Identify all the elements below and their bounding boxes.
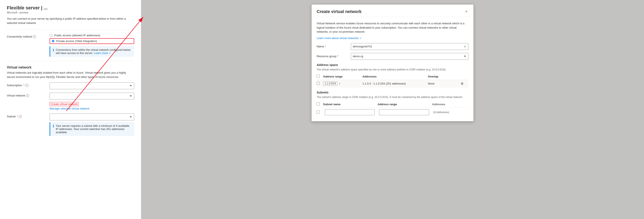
modal-header: Create virtual network × [312,4,474,17]
row-checkbox[interactable] [317,82,320,85]
subnet-data-row: (0 Addresses) [317,108,468,117]
connectivity-label-text: Connectivity method [7,35,32,38]
vnet-select-wrapper [50,93,134,99]
page-subtitle: Microsoft - preview [7,11,134,14]
learn-more-link[interactable]: Learn more [94,51,111,55]
subnet-select-wrapper [50,114,134,120]
modal-name-label: Name * [317,45,351,48]
vnet-section-desc: Virtual networks are logically isolated … [7,71,134,79]
modal-name-input[interactable] [353,45,464,48]
address-table-row: 1.1.0.0/24 ✓ 1.1.0.4 - 1.1.0.254 (251 ad… [317,80,468,87]
subscription-row: Subscription * i [7,82,134,89]
row-range-col: 1.1.0.0/24 ✓ [323,82,362,85]
right-panel: Create virtual network × Virtual Network… [141,0,644,219]
subnet-name-col [325,109,377,115]
modal-rg-select[interactable]: demo-rg [351,53,468,60]
modal-rg-label-text: Resource group [317,55,336,58]
radio-group: Public access (allowed IP addresses) Pri… [50,34,134,44]
address-table-header: Address range Addresses Overlap [317,73,468,80]
vnet-select[interactable] [50,93,134,99]
subnet-header-checkbox[interactable] [317,102,320,105]
subnet-label-text: Subnet [7,115,16,118]
connectivity-info-icon[interactable]: i [33,35,36,38]
modal-rg-select-wrapper: demo-rg [351,53,468,60]
modal-name-input-wrapper: ✓ [351,43,468,50]
left-panel: Flexible server | ... Microsoft - previe… [0,0,141,219]
row-check-col [317,82,323,85]
subscription-select-wrapper [50,82,134,89]
subscription-label-text: Subscription [7,84,22,87]
modal-rg-required: * [338,55,338,58]
page-description: You can connect to your server by specif… [7,17,134,25]
vnet-label: Virtual network i [7,93,50,97]
modal-rg-label: Resource group * [317,55,351,58]
create-vnet-link[interactable]: Create virtual network [50,102,79,106]
modal-learn-more-link[interactable]: Learn more about virtual networks [317,36,361,40]
subnet-infobox-text: Your server requires a subnet with a min… [56,124,132,134]
subnet-header-check [317,102,323,106]
header-checkbox[interactable] [317,75,320,78]
subnet-required: * [17,115,18,118]
subnet-row-check [317,111,323,114]
public-access-option[interactable]: Public access (allowed IP addresses) [50,34,134,37]
subnet-range-input[interactable] [379,109,429,115]
more-options-button[interactable]: ... [44,5,48,11]
modal-rg-row: Resource group * demo-rg [317,53,468,60]
row-addresses-col: 1.1.0.4 - 1.1.0.254 (251 addresses) [362,82,428,85]
vnet-row: Virtual network i Create virtual network… [7,93,134,110]
subnet-row-checkbox[interactable] [317,111,320,114]
subnet-table-header: Subnet name Address range Addresses [317,101,468,108]
header-range-col: Address range [323,75,362,78]
private-access-highlighted[interactable]: Private access (VNet Integration) [50,38,134,44]
vnet-label-text: Virtual network [7,94,25,97]
row-action-col: 🗑 [461,82,468,85]
range-input-group: 1.1.0.0/24 ✓ [323,82,362,85]
subnet-infobox-icon: ℹ [53,124,54,128]
connectivity-options: Public access (allowed IP addresses) Pri… [50,34,134,57]
subnet-row: Subnet * i ℹ Your server requires a subn… [7,114,134,136]
range-badge: 1.1.0.0/24 [323,82,338,85]
header-check-col [317,75,323,78]
vnet-info-icon[interactable]: i [26,94,29,97]
subnet-header-range: Address range [378,103,432,106]
address-space-heading: Address space [317,63,468,67]
subscription-info-icon[interactable]: i [26,84,28,87]
range-check-icon: ✓ [339,82,341,85]
subnet-info-icon[interactable]: i [19,115,22,118]
private-access-radio[interactable] [52,40,54,42]
private-access-label: Private access (VNet Integration) [56,39,97,43]
subnet-control: ℹ Your server requires a subnet with a m… [50,114,134,136]
connectivity-infobox: ℹ Connections from within the virtual ne… [50,46,134,57]
modal-name-label-text: Name [317,45,324,48]
subnet-addresses-col: (0 Addresses) [433,111,468,114]
subnet-header-addresses: Addresses [432,103,468,106]
infobox-icon: ℹ [53,48,54,52]
manage-vnet-link[interactable]: Manage selected virtual network [50,107,89,110]
subnet-range-col [379,109,432,115]
subscription-select[interactable] [50,82,134,89]
modal-title: Create virtual network [317,9,362,14]
name-valid-icon: ✓ [464,44,466,48]
subnet-infobox: ℹ Your server requires a subnet with a m… [50,122,134,136]
subscription-control [50,82,134,89]
header-overlap-col: Overlap [428,75,461,78]
modal-name-required: * [325,45,326,48]
subscription-label: Subscription * i [7,82,50,87]
vnet-control: Create virtual network Manage selected v… [50,93,134,110]
subnets-desc: The subnet's address range in CIDR notat… [317,95,468,99]
modal-close-button[interactable]: × [464,9,468,14]
subnet-header-name: Subnet name [323,103,378,106]
page-container: Flexible server | ... Microsoft - previe… [0,0,644,219]
vnet-section-heading: Virtual network [7,65,134,69]
modal-body: Virtual Network service enables Azure re… [312,17,474,121]
subnet-select[interactable] [50,114,134,120]
subnet-label: Subnet * i [7,114,50,118]
page-title: Flexible server [7,5,40,11]
subnet-name-input[interactable] [325,109,375,115]
modal-name-row: Name * ✓ [317,43,468,50]
delete-row-button[interactable]: 🗑 [461,82,464,85]
row-overlap-col: None [428,82,461,85]
connectivity-method-row: Connectivity method i Public access (all… [7,34,134,57]
public-access-radio[interactable] [50,34,52,37]
modal-description: Virtual Network service enables Azure re… [317,21,468,34]
